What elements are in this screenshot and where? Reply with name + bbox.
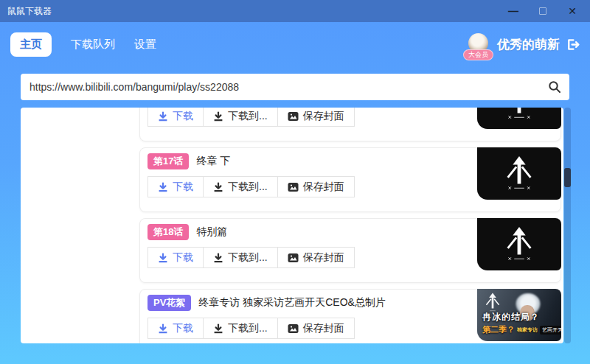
- download-icon: [158, 323, 168, 334]
- pv-thumb-line1: 冉冰的结局？: [482, 311, 540, 323]
- tab-home[interactable]: 主页: [10, 32, 52, 57]
- episode-list: 下载 下载到...: [21, 108, 563, 343]
- download-label: 下载: [173, 110, 193, 123]
- user-area: 大会员 优秀的萌新: [468, 33, 590, 55]
- up-arrow-emblem-icon: [502, 154, 537, 194]
- episode-thumbnail[interactable]: [477, 108, 561, 129]
- download-to-button[interactable]: 下载到...: [203, 108, 277, 126]
- download-button[interactable]: 下载: [148, 318, 203, 338]
- scrollbar-track[interactable]: [564, 108, 571, 343]
- save-cover-button[interactable]: 保存封面: [277, 248, 354, 267]
- maximize-icon: [539, 7, 546, 15]
- episode-badge: 第17话: [148, 153, 189, 169]
- up-arrow-emblem-icon: [502, 108, 537, 123]
- image-icon: [288, 253, 299, 263]
- pv-thumb-sub: 独家专访: [517, 326, 538, 334]
- close-icon: ✕: [568, 5, 577, 17]
- download-to-icon: [213, 182, 223, 192]
- url-bar: [21, 74, 569, 100]
- search-button[interactable]: [540, 74, 569, 100]
- episode-badge: PV花絮: [148, 295, 191, 311]
- save-cover-label: 保存封面: [303, 110, 344, 123]
- download-to-label: 下载到...: [228, 322, 268, 335]
- up-arrow-emblem-icon: [502, 225, 537, 265]
- save-cover-label: 保存封面: [303, 181, 344, 194]
- action-button-group: 下载 下载到...: [148, 176, 355, 197]
- episode-card: 下载 下载到...: [139, 108, 561, 141]
- pv-thumb-line2: 第二季？ 独家专访 艺画开天CEO&总制片: [482, 324, 561, 335]
- save-cover-label: 保存封面: [303, 251, 344, 265]
- image-icon: [288, 323, 299, 334]
- app-window: 鼠鼠下载器 — ✕ 主页 下载队列 设置 大会员 优秀的萌新: [0, 0, 590, 364]
- app-title: 鼠鼠下载器: [0, 5, 499, 18]
- download-label: 下载: [173, 181, 193, 194]
- minimize-icon: —: [508, 5, 518, 17]
- pv-thumbnail[interactable]: 冉冰的结局？ 第二季？ 独家专访 艺画开天CEO&总制片: [477, 289, 561, 341]
- tab-download-queue[interactable]: 下载队列: [71, 38, 115, 52]
- image-icon: [288, 182, 299, 192]
- download-button[interactable]: 下载: [148, 248, 203, 267]
- save-cover-button[interactable]: 保存封面: [277, 177, 354, 197]
- action-button-group: 下载 下载到...: [148, 108, 355, 127]
- pv-thumb-chip: 艺画开天CEO&总制片: [540, 326, 561, 335]
- download-button[interactable]: 下载: [148, 108, 203, 126]
- download-icon: [158, 182, 168, 192]
- avatar-wrap: 大会员: [468, 33, 490, 55]
- download-to-icon: [213, 111, 223, 122]
- close-button[interactable]: ✕: [558, 0, 587, 22]
- save-cover-label: 保存封面: [303, 322, 344, 335]
- episode-card: PV花絮 终章专访 独家采访艺画开天CEO&总制片 下载: [139, 289, 561, 343]
- action-button-group: 下载 下载到...: [148, 247, 355, 268]
- episode-card: 第18话 特别篇 下载: [139, 218, 561, 283]
- episode-title: 特别篇: [196, 225, 227, 239]
- scrollbar-thumb[interactable]: [564, 168, 571, 187]
- action-button-group: 下载 下载到...: [148, 318, 355, 339]
- download-label: 下载: [173, 251, 193, 265]
- vip-badge: 大会员: [463, 49, 493, 60]
- download-to-label: 下载到...: [228, 181, 268, 194]
- download-icon: [158, 111, 168, 122]
- maximize-button[interactable]: [528, 0, 558, 22]
- image-icon: [288, 111, 299, 122]
- episode-card: 第17话 终章 下 下载: [139, 147, 561, 212]
- download-to-icon: [213, 323, 223, 334]
- download-to-button[interactable]: 下载到...: [203, 248, 277, 267]
- nav-bar: 主页 下载队列 设置 大会员 优秀的萌新: [0, 22, 590, 66]
- titlebar: 鼠鼠下载器 — ✕: [0, 0, 590, 22]
- download-label: 下载: [173, 322, 193, 335]
- download-icon: [158, 253, 168, 263]
- url-input[interactable]: [21, 81, 540, 93]
- download-button[interactable]: 下载: [148, 177, 203, 197]
- episode-title: 终章专访 独家采访艺画开天CEO&总制片: [198, 296, 386, 309]
- save-cover-button[interactable]: 保存封面: [277, 108, 354, 126]
- download-to-button[interactable]: 下载到...: [203, 318, 277, 338]
- episode-thumbnail[interactable]: [477, 218, 561, 270]
- download-to-label: 下载到...: [228, 110, 268, 123]
- episode-panel: 下载 下载到...: [21, 108, 563, 343]
- episode-badge: 第18话: [148, 224, 189, 240]
- episode-thumbnail[interactable]: [477, 147, 561, 200]
- username: 优秀的萌新: [497, 36, 560, 53]
- download-to-button[interactable]: 下载到...: [203, 177, 277, 197]
- tab-settings[interactable]: 设置: [134, 38, 156, 52]
- logout-icon[interactable]: [566, 38, 580, 52]
- save-cover-button[interactable]: 保存封面: [277, 318, 354, 338]
- minimize-button[interactable]: —: [499, 0, 528, 22]
- download-to-label: 下载到...: [228, 251, 268, 265]
- search-icon: [548, 80, 561, 94]
- pv-thumb-season: 第二季？: [482, 324, 515, 335]
- episode-title: 终章 下: [196, 155, 230, 168]
- download-to-icon: [213, 253, 223, 263]
